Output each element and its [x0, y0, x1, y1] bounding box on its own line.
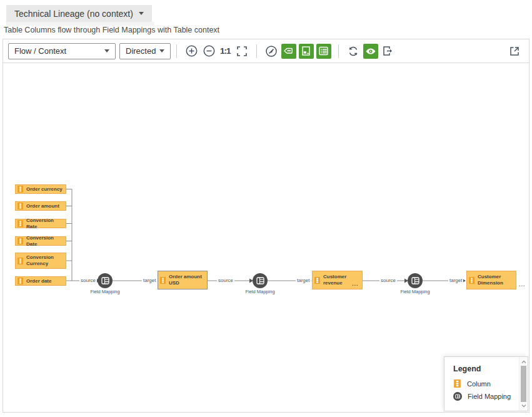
scroll-down-icon[interactable] — [521, 403, 526, 408]
toolbar-divider — [256, 44, 257, 58]
zoom-out-button[interactable] — [202, 44, 216, 58]
column-icon — [18, 203, 23, 209]
edge-label-target: target — [296, 278, 311, 284]
toolbar-divider — [338, 44, 339, 58]
legend-scrollbar[interactable] — [519, 357, 528, 411]
page-icon — [301, 46, 311, 56]
scrollbar-thumb[interactable] — [521, 366, 526, 402]
field-mapping-icon — [256, 277, 264, 284]
lineage-view-label: Technical Lineage (no context) — [14, 9, 133, 19]
node-label: Customer Dimension — [478, 274, 513, 286]
technical-lineage-page: Technical Lineage (no context) Table Col… — [0, 0, 532, 417]
node-label: Order currency — [26, 186, 63, 193]
node-details-toggle-button[interactable] — [299, 44, 314, 59]
export-button[interactable] — [381, 44, 395, 58]
field-mapping-icon — [101, 277, 109, 284]
lineage-view-dropdown[interactable]: Technical Lineage (no context) — [6, 5, 152, 22]
legend-item-label: Field Mapping — [468, 393, 511, 400]
column-icon — [160, 277, 166, 284]
caret-down-icon — [139, 12, 144, 15]
legend-item-column: Column — [453, 379, 528, 388]
field-mapping-icon — [411, 277, 419, 284]
field-mapping-label: Field Mapping — [241, 289, 279, 294]
refresh-button[interactable] — [346, 44, 360, 58]
collapsed-lineage-indicator[interactable]: ... — [352, 281, 359, 287]
field-mapping-icon — [453, 392, 462, 401]
edge-label-target: target — [448, 278, 463, 284]
column-node-order-amount[interactable]: Order amount — [15, 201, 66, 211]
field-mapping-node[interactable] — [408, 273, 423, 288]
column-icon — [18, 186, 23, 193]
column-node-order-date[interactable]: Order date — [15, 276, 66, 286]
legend-panel: Legend Column Field Mapping — [444, 356, 528, 411]
direction-select[interactable]: Directed — [119, 43, 171, 59]
field-mapping-node[interactable] — [253, 273, 268, 288]
column-icon — [453, 379, 461, 388]
visibility-toggle-button[interactable] — [363, 44, 378, 59]
list-icon — [318, 46, 329, 56]
edge-label-source: source — [79, 278, 97, 284]
field-mapping-node[interactable] — [98, 273, 113, 288]
column-node-order-amount-usd[interactable]: Order amount USD — [158, 271, 208, 289]
lineage-canvas[interactable]: source target source target source targe… — [3, 63, 529, 412]
node-label: Conversion Rate — [26, 218, 64, 230]
compass-icon[interactable] — [264, 44, 278, 58]
legend-item-label: Column — [467, 380, 491, 388]
legend-title: Legend — [453, 364, 528, 373]
zoom-in-button[interactable] — [184, 44, 198, 58]
lineage-panel: Flow / Context Directed 1:1 — [3, 39, 529, 413]
tag-icon — [283, 46, 294, 56]
column-node-order-currency[interactable]: Order currency — [15, 184, 66, 194]
node-label: Order amount — [26, 203, 59, 209]
lineage-toolbar: Flow / Context Directed 1:1 — [3, 39, 529, 63]
caret-down-icon — [104, 49, 109, 53]
node-label: Customer revenue — [323, 274, 349, 286]
edge-label-source: source — [379, 278, 397, 284]
column-icon — [314, 277, 320, 284]
column-icon — [18, 220, 23, 227]
column-node-customer-dimension[interactable]: Customer Dimension — [466, 271, 516, 289]
lineage-description: Table Columns flow through Field Mapping… — [4, 26, 219, 34]
list-view-toggle-button[interactable] — [316, 44, 331, 59]
caret-down-icon — [159, 49, 164, 53]
node-label: Conversion Date — [26, 235, 64, 248]
scroll-up-icon[interactable] — [521, 359, 526, 364]
column-icon — [18, 238, 23, 244]
column-node-conversion-rate[interactable]: Conversion Rate — [15, 219, 66, 228]
collapsed-lineage-indicator[interactable]: ... — [519, 281, 526, 288]
column-icon — [469, 277, 474, 284]
column-node-conversion-date[interactable]: Conversion Date — [15, 236, 66, 246]
flow-context-value: Flow / Context — [14, 46, 66, 56]
column-icon — [18, 278, 23, 284]
edge-labels-toggle-button[interactable] — [281, 44, 296, 59]
edge-label-target: target — [142, 278, 157, 284]
eye-icon — [365, 46, 376, 57]
node-label: Order date — [26, 278, 51, 284]
actual-size-button[interactable]: 1:1 — [220, 46, 231, 56]
fit-to-screen-button[interactable] — [235, 44, 249, 58]
legend-item-field-mapping: Field Mapping — [453, 392, 528, 401]
open-in-new-window-button[interactable] — [508, 44, 521, 58]
direction-value: Directed — [126, 46, 156, 56]
node-label: Conversion Currency — [26, 254, 61, 267]
column-icon — [18, 258, 23, 264]
edge-label-source: source — [217, 278, 234, 284]
column-node-conversion-currency[interactable]: Conversion Currency — [15, 253, 66, 269]
flow-context-select[interactable]: Flow / Context — [8, 43, 116, 59]
field-mapping-label: Field Mapping — [396, 289, 434, 294]
toolbar-divider — [176, 44, 177, 58]
field-mapping-label: Field Mapping — [86, 289, 124, 294]
node-label: Order amount USD — [169, 274, 204, 286]
